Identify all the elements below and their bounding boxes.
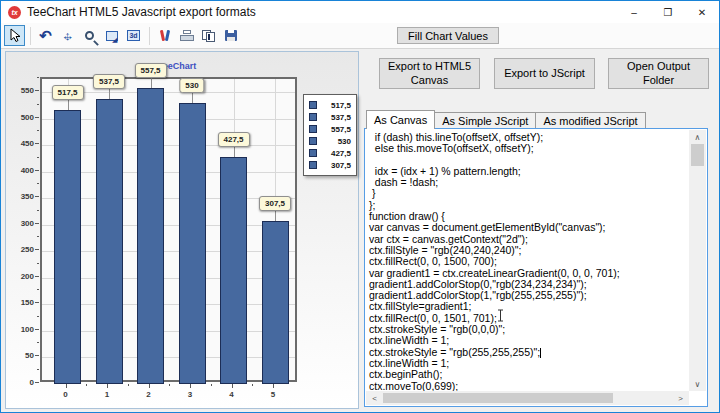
y-axis-minor-tick	[37, 210, 39, 211]
y-axis-label: 350	[8, 192, 34, 201]
move-icon[interactable]: ↔↕	[57, 25, 78, 46]
legend-swatch-icon	[309, 149, 317, 157]
copy-icon[interactable]	[198, 25, 219, 46]
rotate-icon[interactable]: ↶	[35, 25, 56, 46]
code-editor[interactable]: if (dash) this.lineTo(offsetX, offsetY);…	[364, 128, 708, 407]
scroll-left-icon[interactable]: <	[366, 391, 383, 405]
legend-label: 557,5	[321, 125, 351, 134]
code-line: dash = !dash;	[369, 177, 687, 188]
y-axis-label: 200	[8, 272, 34, 281]
y-axis-minor-tick	[37, 316, 39, 317]
maximize-button[interactable]: ❒	[651, 1, 685, 23]
legend-item[interactable]: 530	[309, 135, 351, 147]
view-3d-icon[interactable]: 3d	[123, 25, 144, 46]
x-axis-label: 2	[146, 390, 150, 399]
x-axis-minor-tick	[128, 384, 129, 386]
y-axis-tick	[35, 117, 39, 118]
bar-series-point[interactable]	[54, 110, 81, 385]
text-caret	[540, 348, 541, 358]
y-axis-label: 0	[8, 378, 34, 387]
close-button[interactable]: ✕	[685, 1, 719, 23]
y-axis-tick	[35, 382, 39, 383]
legend-label: 517,5	[321, 101, 351, 110]
scroll-right-icon[interactable]: >	[672, 391, 689, 405]
print-icon[interactable]	[176, 25, 197, 46]
save-icon[interactable]	[220, 25, 241, 46]
y-axis-label: 400	[8, 166, 34, 175]
value-label: 530	[179, 78, 204, 93]
legend-swatch-icon	[309, 113, 317, 121]
bar-series-point[interactable]	[220, 157, 247, 384]
value-label: 427,5	[217, 132, 249, 147]
y-axis-minor-tick	[37, 289, 39, 290]
export-image-icon[interactable]	[101, 25, 122, 46]
x-axis-tick	[107, 384, 108, 388]
legend-item[interactable]: 517,5	[309, 99, 351, 111]
y-axis-tick	[35, 170, 39, 171]
y-axis-tick	[35, 249, 39, 250]
toolbar-separator	[30, 27, 31, 45]
legend-item[interactable]: 427,5	[309, 147, 351, 159]
code-line: ctx.fillRect(0, 0, 1500, 700);	[369, 256, 687, 267]
y-axis-minor-tick	[37, 157, 39, 158]
open-output-folder-button[interactable]: Open Output Folder	[608, 58, 709, 89]
legend-item[interactable]: 557,5	[309, 123, 351, 135]
y-axis-tick	[35, 143, 39, 144]
value-label: 537,5	[93, 74, 125, 89]
y-axis-label: 550	[8, 86, 34, 95]
y-axis-minor-tick	[37, 104, 39, 105]
tab-as-simple-jscript[interactable]: As Simple JScript	[434, 112, 536, 129]
y-axis-label: 450	[8, 139, 34, 148]
export-jscript-button[interactable]: Export to JScript	[494, 58, 595, 89]
toolbar-separator	[149, 27, 150, 45]
caption-buttons: – ❒ ✕	[617, 1, 719, 23]
horizontal-scrollbar[interactable]: < >	[366, 391, 689, 405]
vertical-scrollbar[interactable]: ∧ ∨	[689, 130, 706, 391]
bar-series-point[interactable]	[179, 103, 206, 384]
bar-series-point[interactable]	[96, 99, 123, 384]
y-axis-label: 250	[8, 245, 34, 254]
legend-swatch-icon	[309, 125, 317, 133]
vertical-scroll-thumb[interactable]	[691, 144, 704, 166]
bar-series-point[interactable]	[262, 221, 289, 384]
zoom-icon[interactable]	[79, 25, 100, 46]
text-cursor-pointer	[497, 309, 504, 322]
y-axis-minor-tick	[37, 77, 39, 78]
x-axis-label: 5	[271, 390, 275, 399]
scroll-down-icon[interactable]: ∨	[689, 377, 706, 391]
x-axis-minor-tick	[169, 384, 170, 386]
code-text: if (dash) this.lineTo(offsetX, offsetY);…	[369, 132, 687, 392]
fill-chart-values-button[interactable]: Fill Chart Values	[397, 27, 499, 44]
minimize-button[interactable]: –	[617, 1, 651, 23]
y-axis-minor-tick	[37, 342, 39, 343]
x-axis-tick	[149, 384, 150, 388]
title-bar: tx TeeChart HTML5 Javascript export form…	[1, 1, 719, 23]
scroll-up-icon[interactable]: ∧	[689, 130, 706, 144]
value-label: 307,5	[259, 196, 291, 211]
export-html5-canvas-button[interactable]: Export to HTML5 Canvas	[379, 58, 480, 89]
y-axis-label: 50	[8, 351, 34, 360]
y-axis-tick	[35, 355, 39, 356]
tab-as-modified-jscript[interactable]: As modified JScript	[535, 112, 645, 129]
tab-as-canvas[interactable]: As Canvas	[366, 110, 435, 129]
value-label-connector	[192, 93, 193, 103]
y-axis-tick	[35, 329, 39, 330]
code-line: ctx.beginPath();	[369, 369, 687, 380]
y-axis-tick	[35, 196, 39, 197]
horizontal-scroll-thumb[interactable]	[383, 393, 613, 403]
y-axis-label: 150	[8, 298, 34, 307]
legend-item[interactable]: 537,5	[309, 111, 351, 123]
bar-series-point[interactable]	[137, 88, 164, 384]
y-axis-tick	[35, 302, 39, 303]
chart-legend[interactable]: 517,5537,5557,5530427,5307,5	[303, 94, 357, 176]
x-axis-minor-tick	[252, 384, 253, 386]
value-label-connector	[68, 100, 69, 110]
legend-label: 427,5	[321, 149, 351, 158]
y-axis-minor-tick	[37, 236, 39, 237]
export-panel: Export to HTML5 Canvas Export to JScript…	[363, 49, 718, 411]
x-axis-tick	[232, 384, 233, 388]
legend-item[interactable]: 307,5	[309, 159, 351, 171]
tools-icon[interactable]	[154, 25, 175, 46]
y-axis-tick	[35, 276, 39, 277]
cursor-icon[interactable]	[4, 25, 25, 46]
